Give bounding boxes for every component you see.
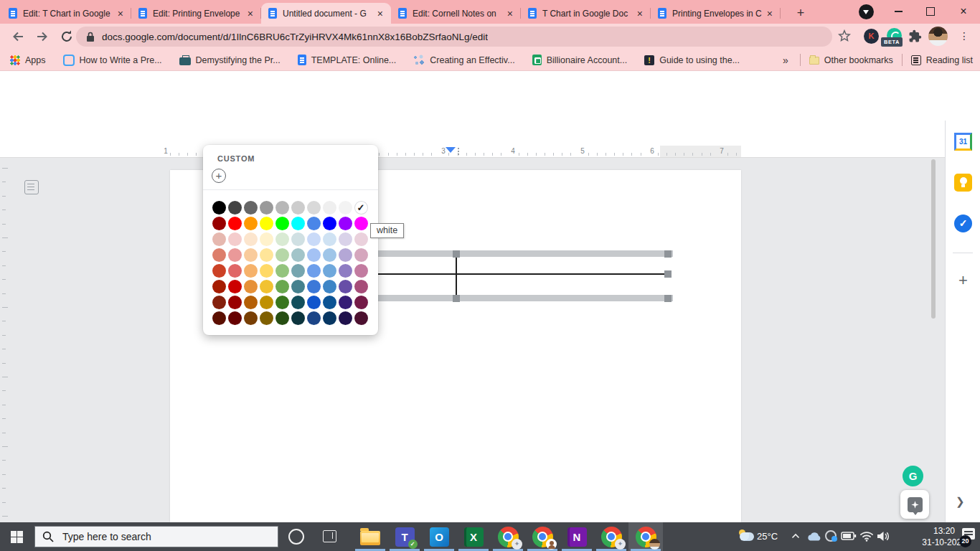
taskbar-app-outlook[interactable]: O — [422, 522, 456, 551]
scrollbar[interactable] — [931, 159, 936, 319]
color-swatch-4c1130[interactable] — [354, 311, 368, 325]
explore-button[interactable] — [900, 490, 929, 519]
task-view-icon[interactable] — [323, 530, 336, 542]
table-handle[interactable] — [453, 295, 460, 302]
color-swatch-85200c[interactable] — [212, 296, 226, 309]
color-swatch-d9d2e9[interactable] — [339, 232, 352, 246]
table-row-divider[interactable] — [330, 273, 669, 275]
color-swatch-93c47d[interactable] — [275, 264, 289, 278]
taskbar-app-excel[interactable]: X — [456, 522, 491, 551]
bookmarks-overflow-icon[interactable]: » — [783, 55, 788, 66]
bookmark-item[interactable]: How to Write a Pre... — [63, 55, 162, 66]
extension-k-icon[interactable]: K — [864, 29, 879, 44]
color-swatch-990000[interactable] — [228, 296, 242, 309]
color-swatch-1155cc[interactable] — [307, 296, 321, 309]
color-swatch-ffd966[interactable] — [260, 264, 273, 278]
color-swatch-cccccc[interactable] — [291, 201, 305, 215]
color-swatch-b45f06[interactable] — [244, 296, 258, 309]
color-swatch-134f5c[interactable] — [291, 296, 305, 309]
color-swatch-6d9eeb[interactable] — [307, 264, 321, 278]
browser-tab[interactable]: Untitled document - G× — [261, 3, 391, 24]
color-swatch-b6d7a8[interactable] — [275, 248, 289, 262]
document-outline-icon[interactable] — [24, 180, 39, 194]
color-swatch-d0e0e3[interactable] — [291, 232, 305, 246]
color-swatch-1c4587[interactable] — [307, 311, 321, 325]
grammarly-button[interactable]: G — [903, 466, 923, 486]
tab-close-icon[interactable]: × — [765, 9, 775, 19]
color-swatch-cc0000[interactable] — [228, 280, 242, 293]
color-swatch-a64d79[interactable] — [354, 280, 368, 293]
add-custom-color-button[interactable]: + — [212, 169, 226, 183]
color-swatch-ea9999[interactable] — [228, 248, 242, 262]
window-close-button[interactable]: × — [948, 0, 979, 23]
color-swatch-674ea7[interactable] — [339, 280, 352, 293]
reload-icon[interactable] — [59, 29, 75, 44]
color-swatch-45818e[interactable] — [291, 280, 305, 293]
table-border-top-selected[interactable] — [330, 250, 673, 257]
color-swatch-f6b26b[interactable] — [244, 264, 258, 278]
color-swatch-b4a7d6[interactable] — [339, 248, 352, 262]
color-swatch-cc4125[interactable] — [212, 264, 226, 278]
color-swatch-660000[interactable] — [228, 311, 242, 325]
horizontal-ruler[interactable]: 1234567 — [0, 146, 980, 158]
color-swatch-351c75[interactable] — [339, 296, 352, 309]
browser-menu-icon[interactable]: ⋮ — [957, 29, 971, 43]
color-swatch-f3f3f3[interactable] — [339, 201, 352, 215]
color-swatch-d5a6bd[interactable] — [354, 248, 368, 262]
color-swatch-4a86e8[interactable] — [307, 217, 321, 230]
bookmark-item[interactable]: Billionaire Account... — [532, 55, 628, 65]
taskbar-app-chrome-profile-2[interactable] — [525, 522, 560, 551]
battery-icon[interactable] — [841, 532, 857, 540]
color-swatch-3d85c6[interactable] — [323, 280, 336, 293]
color-swatch-9fc5e8[interactable] — [323, 248, 336, 262]
color-swatch-ffffff[interactable]: ✓ — [354, 201, 368, 215]
color-swatch-ffe599[interactable] — [260, 248, 273, 262]
color-swatch-0c343d[interactable] — [291, 311, 305, 325]
search-input[interactable] — [62, 531, 249, 542]
color-swatch-0000ff[interactable] — [323, 217, 336, 230]
color-swatch-f4cccc[interactable] — [228, 232, 242, 246]
color-swatch-e6b8af[interactable] — [212, 232, 226, 246]
get-addons-icon[interactable]: + — [954, 271, 972, 290]
color-swatch-741b47[interactable] — [354, 296, 368, 309]
weather-icon[interactable] — [738, 529, 755, 542]
table-handle[interactable] — [664, 250, 672, 258]
color-swatch-ff0000[interactable] — [228, 217, 242, 230]
taskbar-app-chrome-profile-4[interactable] — [628, 522, 663, 551]
tab-close-icon[interactable]: × — [505, 9, 515, 19]
other-bookmarks[interactable]: Other bookmarks — [809, 55, 893, 65]
keep-icon[interactable] — [954, 174, 972, 192]
color-swatch-9900ff[interactable] — [339, 217, 352, 230]
bookmark-star-icon[interactable] — [838, 29, 854, 45]
color-swatch-8e7cc3[interactable] — [339, 264, 352, 278]
taskbar-app-onenote[interactable]: N — [560, 522, 594, 551]
sync-icon[interactable] — [825, 530, 837, 542]
new-tab-button[interactable]: + — [792, 5, 809, 22]
color-swatch-7f6000[interactable] — [260, 311, 273, 325]
color-swatch-0b5394[interactable] — [323, 296, 336, 309]
taskbar-app-chrome-profile-3[interactable] — [594, 522, 628, 551]
table-column-divider[interactable] — [456, 252, 457, 301]
bookmark-item[interactable]: TEMPLATE: Online... — [298, 55, 397, 65]
color-swatch-b7b7b7[interactable] — [275, 201, 289, 215]
color-swatch-ead1dc[interactable] — [354, 232, 368, 246]
color-swatch-274e13[interactable] — [275, 311, 289, 325]
color-swatch-fce5cd[interactable] — [244, 232, 258, 246]
color-swatch-073763[interactable] — [323, 311, 336, 325]
taskbar-search[interactable] — [34, 526, 278, 547]
back-icon[interactable] — [10, 29, 26, 44]
color-swatch-00ff00[interactable] — [275, 217, 289, 230]
color-swatch-a61c00[interactable] — [212, 280, 226, 293]
color-swatch-fff2cc[interactable] — [260, 232, 273, 246]
color-swatch-a4c2f4[interactable] — [307, 248, 321, 262]
bookmark-item[interactable]: Creating an Effectiv... — [413, 55, 514, 66]
bookmark-item[interactable]: Demystifying the Pr... — [179, 55, 281, 65]
wifi-icon[interactable] — [859, 531, 874, 542]
start-button[interactable] — [0, 522, 33, 551]
color-swatch-c9daf8[interactable] — [307, 232, 321, 246]
table-handle[interactable] — [664, 295, 672, 302]
browser-tab[interactable]: Edit: Cornell Notes on× — [391, 3, 521, 24]
window-maximize-button[interactable] — [915, 0, 946, 23]
tab-close-icon[interactable]: × — [375, 9, 385, 19]
color-swatch-999999[interactable] — [260, 201, 273, 215]
